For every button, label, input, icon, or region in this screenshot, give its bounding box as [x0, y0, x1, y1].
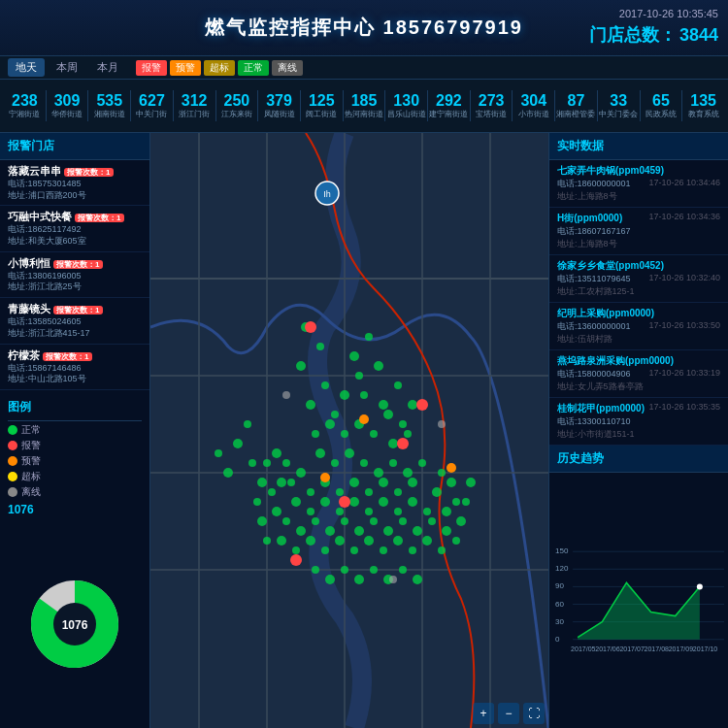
rt-addr: 地址:工农村路125-1: [557, 285, 720, 298]
rt-time: 17-10-26 10:33:19: [648, 368, 720, 378]
main: 报警门店 落藏云串串 报警次数：1 电话:18575301485 地址:浦口西路…: [0, 133, 728, 728]
svg-point-66: [438, 469, 446, 477]
svg-text:90: 90: [555, 581, 564, 590]
nav-tag-alarm[interactable]: 报警: [136, 60, 167, 76]
store-addr: 地址:中山北路105号: [8, 374, 142, 385]
svg-point-108: [312, 566, 319, 574]
svg-point-107: [466, 478, 476, 487]
zoom-out-icon[interactable]: −: [498, 703, 519, 724]
legend-items: 正常报警预警超标离线1076: [8, 423, 142, 516]
rt-item[interactable]: 燕坞路泉洲采购(ppm0000)17-10-26 10:33:19 电话:158…: [549, 350, 728, 398]
svg-point-22: [365, 333, 373, 341]
alert-stores: 报警门店 落藏云串串 报警次数：1 电话:18575301485 地址:浦口西路…: [0, 133, 149, 390]
stat-item: 292建宁南街道: [428, 90, 471, 121]
svg-point-94: [321, 546, 329, 554]
nav-tag-normal[interactable]: 正常: [238, 60, 269, 76]
svg-text:60: 60: [555, 600, 564, 609]
svg-point-74: [370, 517, 378, 525]
svg-point-98: [380, 546, 387, 554]
stat-item: 627中关门街: [131, 90, 174, 121]
svg-point-56: [307, 508, 314, 515]
svg-point-106: [462, 498, 470, 506]
stat-label: 宁湘街道: [4, 110, 46, 119]
nav-btn-month[interactable]: 本月: [89, 58, 126, 77]
fullscreen-icon[interactable]: ⛶: [523, 703, 545, 724]
rt-item[interactable]: H街(ppm0000)17-10-26 10:34:36 电话:18607167…: [549, 208, 728, 255]
stat-item: 135教育系统: [682, 90, 724, 121]
store-name: 柠檬茶 报警次数：1: [8, 348, 142, 363]
svg-point-17: [306, 400, 315, 410]
store-item[interactable]: 青藤镜头 报警次数：1 电话:13585024605 地址:浙江北路415-17: [0, 298, 149, 344]
svg-text:2017/10: 2017/10: [693, 645, 718, 652]
nav-tag-offline[interactable]: 离线: [272, 60, 303, 76]
legend-title: 图例: [8, 394, 142, 421]
svg-point-54: [287, 479, 295, 486]
stat-num: 309: [47, 92, 88, 110]
stat-item: 238宁湘街道: [4, 90, 47, 121]
nav-tag-exceed[interactable]: 超标: [204, 60, 235, 76]
store-name: 落藏云串串 报警次数：1: [8, 164, 142, 179]
store-phone: 电话:18625117492: [8, 224, 142, 236]
stat-num: 65: [641, 92, 682, 110]
rt-list: 七家弄牛肉锅(ppm0459)17-10-26 10:34:46 电话:1860…: [549, 160, 728, 446]
svg-point-81: [272, 507, 281, 516]
svg-point-128: [447, 463, 456, 473]
svg-point-19: [340, 390, 349, 400]
rt-item[interactable]: 七家弄牛肉锅(ppm0459)17-10-26 10:34:46 电话:1860…: [549, 160, 728, 208]
rt-time: 17-10-26 10:34:46: [648, 178, 720, 187]
rt-addr: 地址:女儿弄5路春亭路: [557, 381, 720, 393]
stat-item: 65民政系统: [641, 90, 683, 121]
store-item[interactable]: 落藏云串串 报警次数：1 电话:18575301485 地址:浦口西路200号: [0, 160, 149, 206]
map-center: Ih + − ⛶: [150, 133, 548, 728]
nav-btn-today[interactable]: 地天: [8, 58, 45, 77]
svg-point-84: [282, 459, 290, 467]
store-item[interactable]: 小博利恒 报警次数：1 电话:13806196005 地址:浙江北路25号: [0, 252, 149, 298]
legend: 图例 正常报警预警超标离线1076: [0, 390, 149, 520]
rt-name: 燕坞路泉洲采购(ppm0000): [557, 355, 674, 366]
svg-point-18: [331, 411, 339, 418]
history-chart: 150 120 90 60 30 0: [549, 473, 728, 728]
svg-point-112: [370, 566, 378, 574]
stat-num: 250: [216, 92, 258, 110]
svg-point-39: [345, 448, 354, 458]
legend-label: 离线: [21, 485, 41, 499]
rt-item[interactable]: 徐家乡乡食堂(ppm0452)17-10-26 10:32:40 电话:1351…: [549, 255, 728, 303]
alert-stores-title: 报警门店: [0, 133, 149, 160]
svg-point-80: [282, 517, 290, 525]
svg-point-117: [233, 439, 243, 448]
svg-point-28: [399, 420, 407, 428]
svg-point-34: [341, 430, 348, 438]
svg-point-130: [438, 420, 446, 428]
svg-point-76: [341, 517, 348, 525]
legend-count: 1076: [8, 503, 142, 516]
svg-point-72: [399, 517, 407, 525]
rt-phone: 电话:18607167167: [557, 225, 720, 238]
alert-badge: 报警次数：1: [64, 168, 113, 177]
svg-point-126: [359, 414, 369, 424]
stat-num: 535: [88, 92, 130, 110]
svg-point-49: [349, 478, 359, 487]
svg-point-86: [263, 459, 271, 467]
rt-item[interactable]: 桂制花甲(ppm0000)17-10-26 10:35:35 电话:133001…: [549, 398, 728, 446]
svg-point-73: [383, 526, 393, 536]
legend-dot: [8, 487, 17, 497]
svg-text:2017/06: 2017/06: [595, 645, 620, 652]
stat-label: 小市街道: [513, 110, 554, 119]
stat-num: 312: [174, 92, 215, 110]
svg-point-99: [393, 536, 403, 546]
svg-text:120: 120: [555, 564, 569, 573]
stat-num: 379: [258, 92, 300, 110]
rt-item[interactable]: 纪明上采购(ppm0000)17-10-26 10:33:50 电话:13600…: [549, 303, 728, 350]
store-item[interactable]: 柠檬茶 报警次数：1 电话:15867146486 地址:中山北路105号: [0, 345, 149, 390]
stat-label: 昌乐山街道: [385, 110, 427, 119]
header-title: 燃气监控指挥中心 18576797919: [205, 15, 523, 41]
zoom-in-icon[interactable]: +: [473, 703, 494, 724]
header-datetime: 2017-10-26 10:35:45: [619, 8, 718, 19]
nav-btn-week[interactable]: 本周: [49, 58, 85, 77]
header: 燃气监控指挥中心 18576797919 2017-10-26 10:35:45…: [0, 0, 728, 56]
store-phone: 电话:13806196005: [8, 271, 142, 282]
nav-tag-warning[interactable]: 预警: [170, 60, 201, 76]
store-item[interactable]: 巧融中式快餐 报警次数：1 电话:18625117492 地址:和美大厦605室: [0, 206, 149, 251]
svg-point-35: [325, 419, 335, 429]
svg-point-89: [257, 516, 267, 526]
